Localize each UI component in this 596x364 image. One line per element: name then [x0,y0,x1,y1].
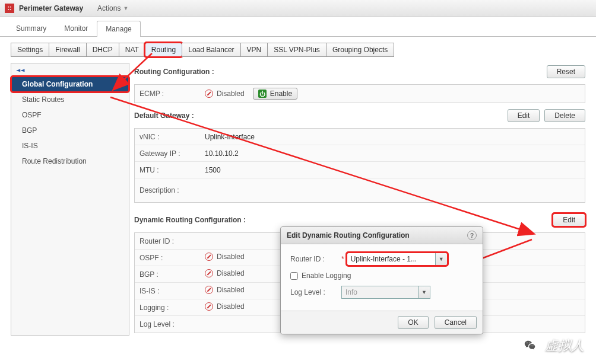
subtab-vpn[interactable]: VPN [240,43,268,57]
enable-logging-checkbox[interactable]: Enable Logging [290,272,473,280]
ecmp-enable-button[interactable]: ⏻ Enable [253,88,297,100]
ecmp-disabled-text: Disabled [217,90,245,98]
dlg-routerid-label: Router ID : [290,255,341,263]
dyn-ospf-status: Disabled [205,253,245,261]
topbar: :: Perimeter Gateway Actions ▼ [0,0,596,17]
app-title: Perimeter Gateway [19,4,83,12]
required-asterisk: * [341,255,344,263]
disabled-icon [205,253,213,261]
disabled-icon [205,90,213,98]
tab-monitor[interactable]: Monitor [55,20,97,36]
dynroute-title: Dynamic Routing Configuration : [134,216,246,224]
help-icon[interactable]: ? [467,231,477,240]
app-icon: :: [5,4,14,13]
dialog-cancel-button[interactable]: Cancel [435,316,477,329]
routerid-label: Router ID : [135,234,200,248]
routing-config-title: Routing Configuration : [134,68,214,76]
subtab-loadbalancer[interactable]: Load Balancer [182,43,240,57]
edit-dynroute-dialog: Edit Dynamic Routing Configuration ? Rou… [280,226,483,334]
dynroute-edit-button[interactable]: Edit [553,213,585,226]
gwip-label: Gateway IP : [135,146,200,161]
dialog-ok-button[interactable]: OK [398,316,428,329]
mtu-label: MTU : [135,163,200,177]
subtab-grouping[interactable]: Grouping Objects [326,43,394,57]
caret-down-icon: ▼ [123,5,128,11]
default-gw-head: Default Gateway : Edit Delete [134,107,585,124]
dlg-loglevel-label: Log Level : [290,288,341,296]
vnic-label: vNIC : [135,130,200,144]
power-icon: ⏻ [258,90,267,98]
subtab-sslvpn[interactable]: SSL VPN-Plus [267,43,326,57]
watermark-text: 虚拟人 [545,337,584,355]
dyn-bgp-status: Disabled [205,269,245,277]
sidebar: ◄◄ Global Configuration Static Routes OS… [11,63,129,336]
enable-logging-label: Enable Logging [302,272,351,280]
wechat-icon [520,336,540,356]
reset-button[interactable]: Reset [547,65,585,78]
sidebar-item-isis[interactable]: IS-IS [11,138,129,154]
dyn-bgp-label: BGP : [135,267,200,282]
ecmp-label: ECMP : [135,87,200,101]
collapse-icon[interactable]: ◄◄ [11,66,129,76]
dyn-logging-label: Logging : [135,301,200,315]
tabs-primary: Summary Monitor Manage [0,17,596,37]
dyn-loglevel-label: Log Level : [135,317,200,331]
loglevel-value: Info [342,286,418,298]
mtu-value: 1500 [200,163,585,177]
loglevel-select: Info ▼ [341,286,430,299]
actions-label: Actions [97,4,121,12]
routerid-select[interactable]: Uplink-Interface - 1... ▼ [347,253,448,266]
dialog-titlebar: Edit Dynamic Routing Configuration ? [281,227,483,244]
sidebar-item-globalconf[interactable]: Global Configuration [11,76,129,92]
routerid-select-value: Uplink-Interface - 1... [347,253,435,265]
dyn-ospf-label: OSPF : [135,251,200,265]
sidebar-item-staticroutes[interactable]: Static Routes [11,92,129,107]
actions-menu[interactable]: Actions ▼ [97,4,128,12]
tab-manage[interactable]: Manage [97,21,140,37]
ecmp-panel: ECMP : Disabled ⏻ Enable [134,84,585,103]
dyn-isis-label: IS-IS : [135,284,200,298]
subtab-nat[interactable]: NAT [119,43,145,57]
desc-value [200,187,585,193]
default-gw-title: Default Gateway : [134,111,194,120]
dialog-title: Edit Dynamic Routing Configuration [287,231,410,240]
defaultgw-edit-button[interactable]: Edit [508,109,540,122]
enable-logging-input[interactable] [290,272,298,280]
subtab-dhcp[interactable]: DHCP [86,43,119,57]
default-gw-panel: vNIC :Uplink-Interface Gateway IP :10.10… [134,128,585,203]
chevron-down-icon: ▼ [418,286,430,298]
watermark: 虚拟人 [520,336,584,356]
tab-summary[interactable]: Summary [7,20,55,36]
subtabs: Settings Firewall DHCP NAT Routing Load … [0,37,596,63]
disabled-icon [205,302,213,311]
subtab-settings[interactable]: Settings [11,43,49,57]
routing-config-head: Routing Configuration : Reset [134,63,585,81]
sidebar-item-ospf[interactable]: OSPF [11,107,129,123]
disabled-icon [205,286,213,294]
dyn-logging-status: Disabled [205,302,245,311]
vnic-value: Uplink-Interface [200,130,585,144]
chevron-down-icon[interactable]: ▼ [435,253,447,265]
defaultgw-delete-button[interactable]: Delete [544,109,585,122]
desc-label: Description : [135,183,200,197]
enable-label: Enable [270,90,292,98]
subtab-firewall[interactable]: Firewall [49,43,86,57]
sidebar-item-redist[interactable]: Route Redistribution [11,154,129,169]
subtab-routing[interactable]: Routing [145,43,182,57]
dyn-isis-status: Disabled [205,286,245,294]
ecmp-status: Disabled [205,90,245,98]
disabled-icon [205,269,213,277]
sidebar-item-bgp[interactable]: BGP [11,123,129,138]
gwip-value: 10.10.10.2 [200,146,585,161]
